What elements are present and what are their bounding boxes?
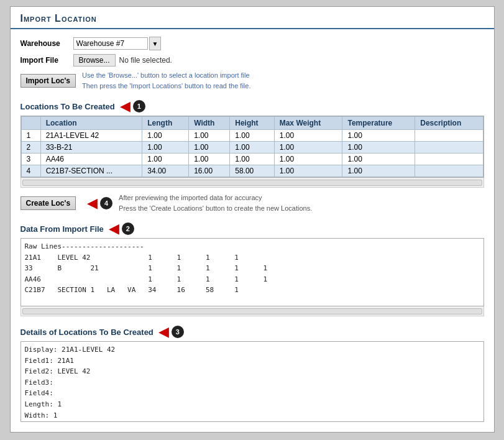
data-import-badge: 2 xyxy=(122,222,134,235)
cell-width: 16.00 xyxy=(189,165,230,177)
table-row: 2 33-B-21 1.00 1.00 1.00 1.00 1.00 xyxy=(21,142,483,154)
cell-description xyxy=(415,165,483,177)
locations-arrow-icon: ◀ xyxy=(120,99,131,113)
cell-length: 1.00 xyxy=(142,154,189,165)
hint-line1: Use the 'Browse...' button to select a l… xyxy=(82,70,250,81)
locations-arrow-annotation: ◀ 1 xyxy=(120,99,145,113)
create-arrow-annotation: ◀ 4 xyxy=(87,196,112,210)
data-import-scrollbar-track xyxy=(22,308,482,314)
cell-location: AA46 xyxy=(40,154,142,165)
cell-height: 1.00 xyxy=(230,142,274,154)
details-title: Details of Locations To Be Created xyxy=(21,328,153,337)
import-hint: Use the 'Browse...' button to select a l… xyxy=(82,70,250,91)
cell-max-weight: 1.00 xyxy=(274,154,342,165)
cell-height: 58.00 xyxy=(230,165,274,177)
create-arrow-icon: ◀ xyxy=(87,196,98,210)
data-import-box[interactable]: Raw Lines-------------------- 21A1 LEVEL… xyxy=(21,238,484,306)
cell-location: 33-B-21 xyxy=(40,142,142,154)
table-header-row: Location Length Width Height Max Weight … xyxy=(21,117,483,130)
data-import-section-header: Data From Import File ◀ 2 xyxy=(21,222,484,236)
cell-length: 1.00 xyxy=(142,142,189,154)
cell-num: 1 xyxy=(21,130,40,142)
cell-max-weight: 1.00 xyxy=(274,165,342,177)
cell-height: 1.00 xyxy=(230,130,274,142)
col-description: Description xyxy=(415,117,483,130)
details-arrow-icon: ◀ xyxy=(158,325,169,339)
create-hint: After previewing the imported data for a… xyxy=(119,193,312,213)
cell-max-weight: 1.00 xyxy=(274,142,342,154)
import-button[interactable]: Import Loc's xyxy=(21,74,76,88)
warehouse-dropdown-btn[interactable]: ▼ xyxy=(149,37,162,50)
locations-scrollbar[interactable] xyxy=(21,178,484,188)
locations-table: Location Length Width Height Max Weight … xyxy=(21,116,483,177)
col-location: Location xyxy=(40,117,142,130)
cell-length: 1.00 xyxy=(142,130,189,142)
cell-temperature: 1.00 xyxy=(342,165,415,177)
cell-temperature: 1.00 xyxy=(342,154,415,165)
cell-temperature: 1.00 xyxy=(342,142,415,154)
data-import-scrollbar[interactable] xyxy=(21,306,484,316)
cell-length: 34.00 xyxy=(142,165,189,177)
data-import-title: Data From Import File xyxy=(21,224,104,234)
import-file-label: Import File xyxy=(21,56,73,65)
main-container: Import Location Warehouse ▼ Import File … xyxy=(10,6,495,433)
cell-height: 1.00 xyxy=(230,154,274,165)
table-row: 3 AA46 1.00 1.00 1.00 1.00 1.00 xyxy=(21,154,483,165)
create-hint-line1: After previewing the imported data for a… xyxy=(119,193,312,203)
warehouse-input[interactable] xyxy=(73,37,148,50)
col-width: Width xyxy=(189,117,230,130)
cell-description xyxy=(415,154,483,165)
cell-width: 1.00 xyxy=(189,130,230,142)
cell-location: C21B7-SECTION ... xyxy=(40,165,142,177)
details-box[interactable]: Display: 21A1-LEVEL 42 Field1: 21A1 Fiel… xyxy=(21,341,484,422)
cell-location: 21A1-LEVEL 42 xyxy=(40,130,142,142)
data-import-arrow-icon: ◀ xyxy=(109,222,119,236)
cell-description xyxy=(415,130,483,142)
hint-line2: Then press the 'Import Locations' button… xyxy=(82,81,250,91)
locations-badge: 1 xyxy=(133,100,145,112)
import-button-row: Import Loc's Use the 'Browse...' button … xyxy=(21,70,484,91)
table-row: 4 C21B7-SECTION ... 34.00 16.00 58.00 1.… xyxy=(21,165,483,177)
create-hint-line2: Press the 'Create Locations' button to c… xyxy=(119,203,312,214)
create-badge: 4 xyxy=(100,197,112,209)
create-row: Create Loc's ◀ 4 After previewing the im… xyxy=(21,193,484,213)
page-header: Import Location xyxy=(11,7,494,29)
locations-scrollbar-track xyxy=(22,180,482,186)
content-area: Warehouse ▼ Import File Browse... No fil… xyxy=(11,37,494,432)
data-import-arrow-annotation: ◀ 2 xyxy=(109,222,134,236)
page-title: Import Location xyxy=(21,13,97,24)
col-max-weight: Max Weight xyxy=(274,117,342,130)
cell-num: 3 xyxy=(21,154,40,165)
no-file-text: No file selected. xyxy=(119,56,172,65)
cell-description xyxy=(415,142,483,154)
details-section-header: Details of Locations To Be Created ◀ 3 xyxy=(21,325,484,339)
col-height: Height xyxy=(230,117,274,130)
warehouse-select: ▼ xyxy=(73,37,162,50)
locations-table-wrapper[interactable]: Location Length Width Height Max Weight … xyxy=(21,116,484,178)
col-temperature: Temperature xyxy=(342,117,415,130)
locations-section-title: Locations To Be Created xyxy=(21,102,115,111)
details-arrow-annotation: ◀ 3 xyxy=(158,325,184,339)
table-row: 1 21A1-LEVEL 42 1.00 1.00 1.00 1.00 1.00 xyxy=(21,130,483,142)
locations-section-header: Locations To Be Created ◀ 1 xyxy=(21,99,484,113)
warehouse-label: Warehouse xyxy=(21,39,73,48)
cell-width: 1.00 xyxy=(189,142,230,154)
cell-max-weight: 1.00 xyxy=(274,130,342,142)
col-length: Length xyxy=(142,117,189,130)
cell-temperature: 1.00 xyxy=(342,130,415,142)
browse-button[interactable]: Browse... xyxy=(73,54,116,66)
col-num xyxy=(21,117,40,130)
details-badge: 3 xyxy=(172,326,184,338)
create-button[interactable]: Create Loc's xyxy=(21,196,76,210)
cell-num: 2 xyxy=(21,142,40,154)
cell-width: 1.00 xyxy=(189,154,230,165)
cell-num: 4 xyxy=(21,165,40,177)
data-import-wrapper: Raw Lines-------------------- 21A1 LEVEL… xyxy=(21,238,484,306)
import-file-row: Import File Browse... No file selected. xyxy=(21,54,484,66)
warehouse-row: Warehouse ▼ xyxy=(21,37,484,50)
